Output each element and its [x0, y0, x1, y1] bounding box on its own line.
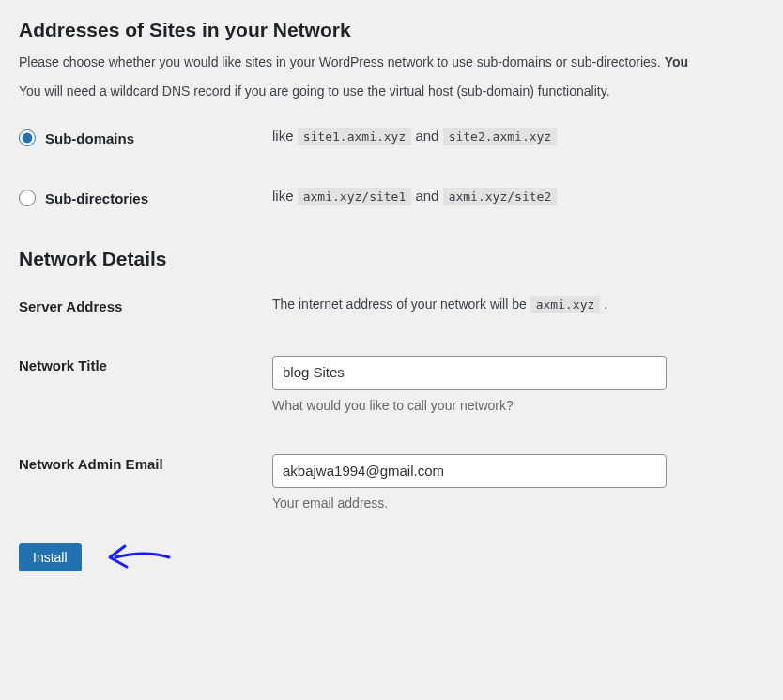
subdirectories-row: Sub-directories like axmi.xyz/site1 and … — [19, 188, 764, 206]
server-address-code: axmi.xyz — [530, 296, 601, 313]
install-button[interactable]: Install — [19, 543, 82, 571]
admin-email-label: Network Admin Email — [19, 454, 272, 472]
subdomains-ex2-code: site2.axmi.xyz — [443, 128, 558, 145]
annotation-arrow-icon — [99, 539, 174, 576]
subdirectories-label-text: Sub-directories — [45, 190, 148, 206]
server-address-text-before: The internet address of your network wil… — [272, 297, 530, 312]
subdirectories-radio-label[interactable]: Sub-directories — [19, 190, 148, 206]
server-address-value: The internet address of your network wil… — [272, 297, 764, 312]
subdirectories-ex2-code: axmi.xyz/site2 — [443, 188, 558, 205]
admin-email-help: Your email address. — [272, 495, 764, 510]
subdirectories-ex1-code: axmi.xyz/site1 — [298, 188, 412, 205]
subdirectories-and: and — [411, 188, 442, 204]
subdomains-like: like — [272, 128, 298, 144]
server-address-label: Server Address — [19, 297, 272, 314]
addresses-heading: Addresses of Sites in your Network — [19, 19, 764, 41]
intro-line-2: You will need a wildcard DNS record if y… — [19, 82, 764, 101]
subdirectories-example: like axmi.xyz/site1 and axmi.xyz/site2 — [272, 188, 764, 204]
intro-line-1-bold: You — [665, 54, 688, 69]
subdomains-label-text: Sub-domains — [45, 130, 134, 146]
subdomains-radio[interactable] — [19, 129, 36, 146]
subdirectories-radio[interactable] — [19, 190, 36, 206]
network-title-label: Network Title — [19, 356, 272, 373]
subdomains-ex1-code: site1.axmi.xyz — [298, 128, 412, 145]
admin-email-row: Network Admin Email Your email address. — [19, 454, 764, 511]
server-address-text-after: . — [600, 297, 607, 312]
intro-line-1: Please choose whether you would like sit… — [19, 53, 764, 72]
subdomains-radio-label[interactable]: Sub-domains — [19, 129, 134, 146]
intro-line-1-prefix: Please choose whether you would like sit… — [19, 54, 665, 69]
subdirectories-like: like — [272, 188, 298, 204]
subdomains-and: and — [411, 128, 442, 144]
network-title-help: What would you like to call your network… — [272, 398, 764, 413]
subdomains-row: Sub-domains like site1.axmi.xyz and site… — [19, 128, 764, 146]
network-details-heading: Network Details — [19, 248, 764, 270]
network-title-input[interactable] — [272, 356, 667, 390]
subdomains-example: like site1.axmi.xyz and site2.axmi.xyz — [272, 128, 764, 144]
admin-email-input[interactable] — [272, 454, 667, 489]
submit-row: Install — [19, 539, 764, 576]
network-title-row: Network Title What would you like to cal… — [19, 356, 764, 413]
server-address-row: Server Address The internet address of y… — [19, 297, 764, 314]
